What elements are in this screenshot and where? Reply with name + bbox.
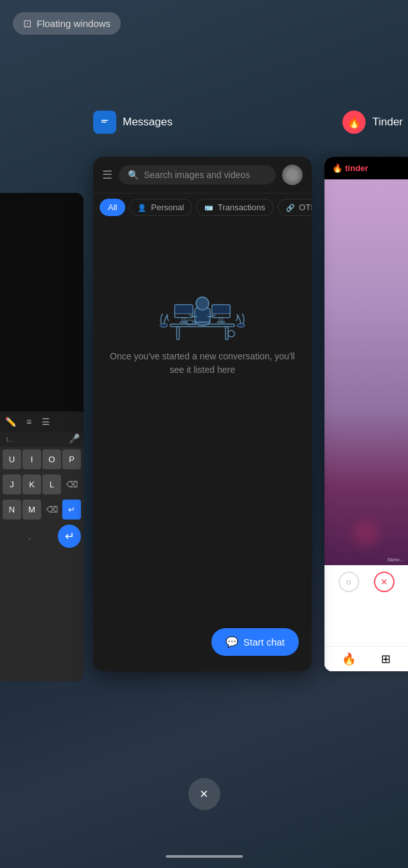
messages-empty-state: Once you've started a new conversation, … — [93, 221, 312, 402]
tinder-app: 🔥 tinder Skinc... ○ ✕ 🔥 ⊞ — [324, 157, 408, 671]
tinder-app-name-label: Tinder — [372, 116, 403, 129]
floating-windows-label: Floating windows — [37, 18, 111, 29]
tinder-home-icon[interactable]: 🔥 — [342, 652, 356, 666]
tinder-flame-icon: 🔥 — [332, 163, 342, 173]
tinder-top-bar: 🔥 tinder — [324, 157, 408, 179]
close-icon: × — [200, 786, 208, 802]
filter-tab-transactions[interactable]: 🪪 Transactions — [196, 199, 273, 216]
start-chat-label: Start chat — [244, 637, 285, 647]
keyboard-area: ✏️ ≡ ☰ t... 🎤 U I O P J K L ⌫ N M ⌫ ↵ — [0, 411, 84, 682]
keyboard-row-2: J K L ⌫ — [0, 472, 84, 497]
key-enter-round[interactable]: ↵ — [58, 525, 81, 548]
key-j[interactable]: J — [3, 475, 21, 494]
svg-point-16 — [237, 323, 245, 327]
filter-tab-all[interactable]: All — [100, 199, 125, 216]
user-avatar[interactable] — [282, 165, 303, 185]
list-icon[interactable]: ☰ — [39, 415, 53, 428]
messages-header: ☰ 🔍 Search images and videos — [93, 157, 312, 194]
svg-rect-8 — [212, 305, 230, 314]
svg-rect-2 — [177, 327, 179, 339]
start-chat-button[interactable]: 💬 Start chat — [211, 628, 299, 656]
tinder-logo: 🔥 tinder — [332, 163, 368, 173]
search-icon: 🔍 — [128, 170, 139, 180]
personal-icon: 👤 — [137, 204, 146, 212]
svg-point-15 — [160, 323, 168, 327]
floating-windows-badge: ⊡ Floating windows — [13, 12, 121, 35]
transactions-icon: 🪪 — [204, 204, 213, 212]
messages-app: ☰ 🔍 Search images and videos All 👤 Perso… — [93, 157, 312, 671]
close-button[interactable]: × — [188, 778, 220, 810]
empty-state-illustration — [151, 260, 254, 350]
key-l[interactable]: L — [42, 475, 61, 494]
left-app-keyboard: ✏️ ≡ ☰ t... 🎤 U I O P J K L ⌫ N M ⌫ ↵ — [0, 193, 84, 682]
tinder-explore-icon[interactable]: ⊞ — [381, 652, 391, 666]
keyboard-row-3: N M ⌫ ↵ — [0, 497, 84, 522]
svg-point-6 — [196, 297, 209, 310]
tinder-name: tinder — [345, 163, 368, 173]
key-m[interactable]: M — [22, 500, 41, 520]
svg-rect-10 — [217, 321, 225, 323]
filter-tab-otps[interactable]: 🔗 OTPs — [278, 199, 312, 216]
tinder-bottom-nav: 🔥 ⊞ — [324, 646, 408, 671]
tinder-app-label: 🔥 Tinder — [342, 111, 408, 134]
filter-transactions-label: Transactions — [218, 203, 265, 212]
mic-icon[interactable]: 🎤 — [69, 433, 80, 444]
empty-state-text: Once you've started a new conversation, … — [106, 350, 299, 377]
menu-icon[interactable]: ☰ — [102, 168, 112, 182]
tinder-dislike-button[interactable]: ✕ — [374, 572, 395, 592]
keyboard-row-1: U I O P — [0, 447, 84, 472]
svg-rect-12 — [175, 305, 193, 314]
messages-search-bar[interactable]: 🔍 Search images and videos — [119, 165, 276, 185]
key-backspace-2[interactable]: ⌫ — [42, 500, 61, 520]
key-enter[interactable]: ↵ — [62, 500, 81, 520]
messages-filter-tabs: All 👤 Personal 🪪 Transactions 🔗 OTPs › — [93, 194, 312, 221]
key-i[interactable]: I — [22, 449, 41, 469]
chat-bubble-icon: 💬 — [226, 636, 238, 648]
key-backspace[interactable]: ⌫ — [62, 475, 81, 494]
home-indicator — [166, 855, 243, 858]
key-p[interactable]: P — [62, 449, 81, 469]
svg-rect-9 — [220, 318, 222, 321]
key-k[interactable]: K — [22, 475, 41, 494]
tinder-card[interactable]: Skinc... — [324, 179, 408, 565]
keyboard-bottom-row: . ↵ — [0, 522, 84, 550]
key-u[interactable]: U — [3, 449, 21, 469]
floating-windows-icon: ⊡ — [23, 17, 31, 30]
messages-app-name-label: Messages — [123, 116, 172, 129]
otps-icon: 🔗 — [286, 204, 295, 212]
key-o[interactable]: O — [42, 449, 61, 469]
filter-otps-label: OTPs — [299, 203, 312, 212]
tinder-card-watermark: Skinc... — [384, 554, 408, 565]
search-placeholder-text: Search images and videos — [144, 170, 250, 180]
messages-app-label: Messages — [93, 111, 172, 134]
tinder-app-icon: 🔥 — [342, 111, 366, 134]
keyboard-toolbar: ✏️ ≡ ☰ — [0, 411, 84, 432]
align-icon[interactable]: ≡ — [24, 415, 34, 428]
key-n[interactable]: N — [3, 500, 21, 520]
filter-tab-personal[interactable]: 👤 Personal — [129, 199, 192, 216]
pencil-icon[interactable]: ✏️ — [3, 415, 19, 428]
filter-personal-label: Personal — [151, 203, 184, 212]
tinder-action-buttons: ○ ✕ — [324, 565, 408, 599]
tinder-circle-button[interactable]: ○ — [339, 572, 359, 592]
svg-rect-13 — [182, 318, 185, 321]
filter-all-label: All — [108, 203, 117, 212]
svg-point-17 — [228, 330, 235, 337]
key-dot[interactable]: . — [3, 527, 57, 547]
messages-app-icon — [93, 111, 116, 134]
